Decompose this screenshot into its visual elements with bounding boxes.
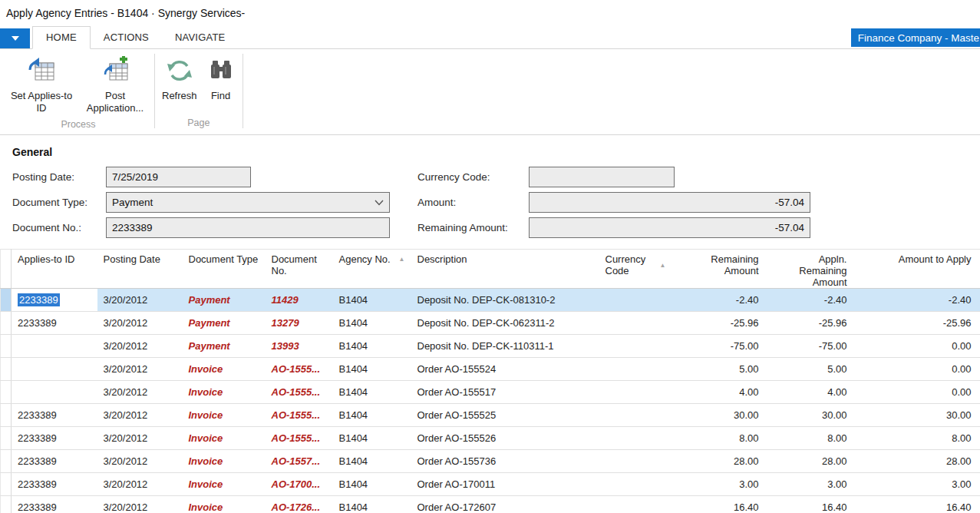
column-header-description[interactable]: Description [411,250,599,289]
table-row[interactable]: 2233389 3/20/2012 Invoice AO-1555... B14… [1,427,980,450]
cell-description[interactable]: Order AO-172607 [411,496,599,513]
cell-posting-date[interactable]: 3/20/2012 [97,404,183,427]
cell-posting-date[interactable]: 3/20/2012 [97,427,183,450]
cell-appln-remaining-amount[interactable]: 30.00 [768,404,856,427]
cell-remaining-amount[interactable]: 30.00 [672,404,768,427]
cell-amount-to-apply[interactable]: 16.40 [856,496,980,513]
cell-remaining-amount[interactable]: 16.40 [672,496,768,513]
table-row[interactable]: 3/20/2012 Invoice AO-1555... B1404 Order… [1,381,980,404]
cell-agency-no[interactable]: B1404 [333,427,411,450]
refresh-button[interactable]: Refresh [157,54,202,104]
cell-appln-remaining-amount[interactable]: -2.40 [768,289,856,312]
posting-date-field[interactable]: 7/25/2019 [106,167,251,187]
cell-appln-remaining-amount[interactable]: 8.00 [768,427,856,450]
cell-currency-code[interactable] [599,312,672,335]
cell-description[interactable]: Order AO-155525 [411,404,599,427]
cell-applies-to-id[interactable]: 2233389 [12,427,97,450]
column-header-document-no[interactable]: Document No. [266,250,333,289]
remaining-amount-field[interactable]: -57.04 [529,217,810,238]
column-header-document-type[interactable]: Document Type [183,250,266,289]
column-header-remaining-amount[interactable]: Remaining Amount [672,250,768,289]
cell-posting-date[interactable]: 3/20/2012 [97,358,183,381]
cell-amount-to-apply[interactable]: 0.00 [856,358,980,381]
cell-description[interactable]: Order AO-155524 [411,358,599,381]
cell-currency-code[interactable] [599,473,672,496]
cell-document-type[interactable]: Invoice [183,450,266,473]
cell-remaining-amount[interactable]: 3.00 [672,473,768,496]
cell-amount-to-apply[interactable]: -2.40 [856,289,980,312]
cell-currency-code[interactable] [599,496,672,513]
cell-description[interactable]: Order AO-170011 [411,473,599,496]
find-button[interactable]: Find [202,54,240,104]
cell-document-type[interactable]: Payment [183,312,266,335]
column-header-amount-to-apply[interactable]: Amount to Apply [856,250,980,289]
cell-document-no[interactable]: AO-1555... [266,427,333,450]
table-row[interactable]: 2233389 3/20/2012 Invoice AO-1555... B14… [1,404,980,427]
cell-document-type[interactable]: Invoice [183,427,266,450]
cell-remaining-amount[interactable]: 28.00 [672,450,768,473]
cell-posting-date[interactable]: 3/20/2012 [97,381,183,404]
cell-applies-to-id[interactable]: 2233389 [12,289,97,312]
cell-remaining-amount[interactable]: 4.00 [672,381,768,404]
row-selector[interactable] [1,381,12,404]
tab-home[interactable]: HOME [32,26,91,49]
cell-agency-no[interactable]: B1404 [333,473,411,496]
cell-description[interactable]: Order AO-155526 [411,427,599,450]
cell-posting-date[interactable]: 3/20/2012 [97,450,183,473]
cell-posting-date[interactable]: 3/20/2012 [97,473,183,496]
cell-amount-to-apply[interactable]: 3.00 [856,473,980,496]
cell-document-no[interactable]: 11429 [266,289,333,312]
cell-document-type[interactable]: Payment [183,335,266,358]
row-selector[interactable] [1,335,12,358]
tab-navigate[interactable]: NAVIGATE [162,27,238,48]
table-row[interactable]: 2233389 3/20/2012 Invoice AO-1700... B14… [1,473,980,496]
cell-appln-remaining-amount[interactable]: 3.00 [768,473,856,496]
table-row[interactable]: 3/20/2012 Payment 13993 B1404 Deposit No… [1,335,980,358]
cell-amount-to-apply[interactable]: 0.00 [856,381,980,404]
cell-currency-code[interactable] [599,381,672,404]
cell-agency-no[interactable]: B1404 [333,335,411,358]
tab-actions[interactable]: ACTIONS [91,27,162,48]
cell-appln-remaining-amount[interactable]: -75.00 [768,335,856,358]
cell-applies-to-id[interactable] [12,358,97,381]
cell-agency-no[interactable]: B1404 [333,312,411,335]
cell-remaining-amount[interactable]: 5.00 [672,358,768,381]
cell-agency-no[interactable]: B1404 [333,450,411,473]
cell-document-no[interactable]: AO-1557... [266,450,333,473]
cell-agency-no[interactable]: B1404 [333,289,411,312]
cell-applies-to-id[interactable]: 2233389 [12,496,97,513]
cell-description[interactable]: Deposit No. DEP-CK-110311-1 [411,335,599,358]
cell-amount-to-apply[interactable]: 30.00 [856,404,980,427]
cell-document-type[interactable]: Invoice [183,381,266,404]
cell-currency-code[interactable] [599,358,672,381]
row-selector[interactable] [1,427,12,450]
cell-currency-code[interactable] [599,289,672,312]
row-selector[interactable] [1,404,12,427]
cell-applies-to-id[interactable]: 2233389 [12,404,97,427]
cell-document-type[interactable]: Payment [183,289,266,312]
cell-remaining-amount[interactable]: -75.00 [672,335,768,358]
cell-applies-to-id[interactable] [12,335,97,358]
cell-currency-code[interactable] [599,404,672,427]
cell-amount-to-apply[interactable]: 28.00 [856,450,980,473]
cell-appln-remaining-amount[interactable]: 5.00 [768,358,856,381]
cell-document-type[interactable]: Invoice [183,473,266,496]
row-selector[interactable] [1,312,12,335]
amount-field[interactable]: -57.04 [529,192,810,213]
cell-remaining-amount[interactable]: -2.40 [672,289,768,312]
cell-document-type[interactable]: Invoice [183,496,266,513]
app-menu-button[interactable] [0,28,30,48]
row-selector[interactable] [1,473,12,496]
row-selector[interactable] [1,496,12,513]
document-type-select[interactable]: Payment [106,192,390,213]
row-selector[interactable] [1,450,12,473]
cell-applies-to-id[interactable] [12,381,97,404]
cell-agency-no[interactable]: B1404 [333,358,411,381]
table-row[interactable]: 2233389 3/20/2012 Payment 13279 B1404 De… [1,312,980,335]
cell-appln-remaining-amount[interactable]: 4.00 [768,381,856,404]
cell-document-no[interactable]: AO-1726... [266,496,333,513]
cell-agency-no[interactable]: B1404 [333,381,411,404]
cell-posting-date[interactable]: 3/20/2012 [97,335,183,358]
cell-document-no[interactable]: AO-1555... [266,358,333,381]
cell-currency-code[interactable] [599,450,672,473]
